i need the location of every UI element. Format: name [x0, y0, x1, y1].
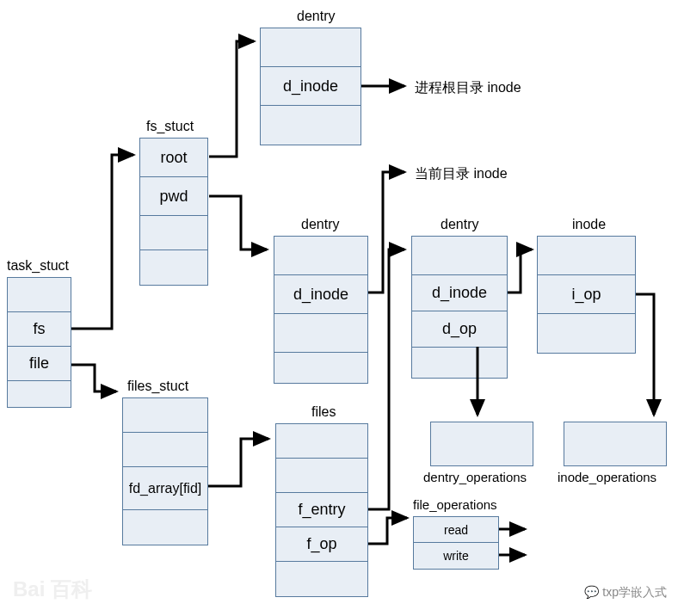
dentry2-cell-3 [274, 353, 367, 383]
task-struct-cell-fs: fs [8, 312, 71, 347]
dentry1-cell-0 [261, 28, 360, 67]
dentry3-cell-0 [412, 237, 507, 275]
fs-struct-cell-pwd: pwd [140, 177, 207, 216]
fs-struct-cell-root: root [140, 139, 207, 177]
inode-ops-title: inode_operations [558, 470, 656, 484]
dentry-ops-box [430, 422, 533, 466]
dentry-ops-title: dentry_operations [423, 470, 527, 484]
dentry1-cell-2 [261, 106, 360, 145]
inode-title: inode [572, 217, 606, 232]
inode-cell-iop: i_op [538, 275, 635, 314]
files-struct-title: files_stuct [127, 379, 188, 394]
dentry3-title: dentry [441, 217, 478, 232]
file-ops-cell-write: write [414, 543, 498, 569]
files-struct-cell-1 [123, 433, 207, 467]
inode-cell-2 [538, 314, 635, 353]
files-cell-0 [276, 424, 367, 459]
dentry1-title: dentry [297, 9, 335, 24]
dentry2-box: d_inode [274, 236, 368, 384]
dentry1-box: d_inode [260, 28, 361, 145]
files-box: f_entry f_op [275, 423, 368, 597]
dentry3-cell-dinode: d_inode [412, 275, 507, 311]
files-cell-4 [276, 562, 367, 596]
task-struct-title: task_stuct [7, 258, 69, 274]
dentry2-cell-dinode: d_inode [274, 275, 367, 314]
files-cell-fop: f_op [276, 527, 367, 562]
pwd-inode-label: 当前目录 inode [415, 165, 508, 183]
dentry3-cell-3 [412, 348, 507, 378]
fs-struct-box: root pwd [139, 138, 208, 286]
files-struct-cell-fdarray: fd_array[fid] [123, 467, 207, 510]
task-struct-cell-file: file [8, 347, 71, 381]
files-title: files [311, 404, 336, 420]
dentry3-box: d_inode d_op [411, 236, 508, 379]
files-struct-cell-0 [123, 398, 207, 433]
dentry2-title: dentry [301, 217, 339, 232]
file-ops-cell-read: read [414, 517, 498, 543]
files-struct-cell-3 [123, 510, 207, 545]
fs-struct-cell-2 [140, 216, 207, 250]
task-struct-cell-3 [8, 381, 71, 407]
watermark-right: 💬 txp学嵌入式 [584, 585, 667, 601]
dentry2-cell-0 [274, 237, 367, 275]
task-struct-cell-0 [8, 278, 71, 312]
root-inode-label: 进程根目录 inode [415, 79, 521, 97]
dentry2-cell-2 [274, 314, 367, 353]
files-cell-fentry: f_entry [276, 493, 367, 527]
inode-box: i_op [537, 236, 636, 354]
files-cell-1 [276, 459, 367, 493]
fs-struct-title: fs_stuct [146, 119, 194, 134]
file-ops-title: file_operations [413, 497, 497, 512]
file-ops-box: read write [413, 516, 499, 570]
inode-ops-box [564, 422, 667, 466]
inode-cell-0 [538, 237, 635, 275]
dentry3-cell-dop: d_op [412, 311, 507, 348]
dentry1-cell-dinode: d_inode [261, 67, 360, 106]
task-struct-box: fs file [7, 277, 71, 408]
watermark-left: Bai 百科 [13, 576, 92, 603]
files-struct-box: fd_array[fid] [122, 397, 208, 545]
fs-struct-cell-3 [140, 250, 207, 285]
